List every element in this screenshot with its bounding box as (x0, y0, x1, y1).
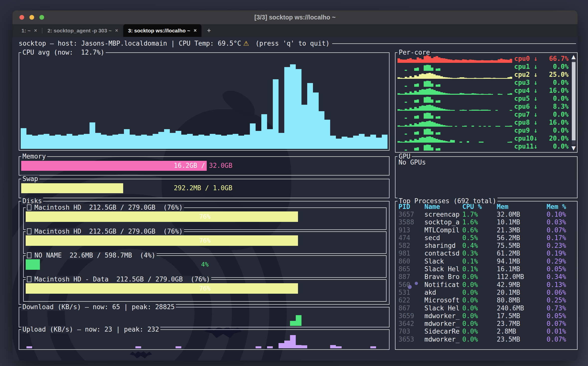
process-mem-pct: 0.34% (547, 273, 576, 281)
core-row-cpu4: cpu4 ↓16.0% (397, 87, 569, 95)
screen: [3/3] socktop ws://localho ~ 1: ~×2: soc… (0, 0, 588, 366)
scrollbar-track[interactable] (572, 60, 576, 145)
process-pid: 622 (398, 297, 424, 304)
core-sparkline (397, 127, 512, 135)
core-label: cpu1 ↓0.0% (514, 63, 569, 71)
download-panel-title: Download (KB/s) — now: 65 | peak: 28825 (21, 303, 176, 311)
process-mem: 56.2MB (497, 234, 547, 242)
tab-1[interactable]: 1: ~× (16, 24, 42, 37)
tab-3[interactable]: 3: socktop ws://localho ~× (123, 24, 202, 37)
process-name: akd (424, 289, 462, 296)
process-pid: 865 (398, 266, 424, 273)
process-cpu: 0.3% (462, 250, 497, 257)
per-core-list: cpu0 ↓66.7%cpu1 ↓0.0%cpu2 ↓25.0%cpu3 ↓0.… (397, 55, 569, 151)
process-cpu: 0.0% (462, 305, 497, 312)
disk-icon (27, 228, 31, 234)
core-row-cpu7: cpu7 ↓0.0% (397, 111, 569, 119)
core-sparkline (397, 79, 512, 87)
bar-fill: 292.2MB / 1.0GB (21, 183, 123, 193)
swap-usage-bar: 292.2MB / 1.0GB292.2MB / 1.0GB (21, 183, 385, 193)
core-row-cpu5: cpu5 ↓0.0% (397, 95, 569, 103)
core-label: cpu11↓0.0% (514, 143, 569, 150)
cpu-temp-warning-icon: ⚠ (241, 40, 251, 47)
process-cpu: 1.7% (462, 211, 497, 218)
download-history-chart (21, 311, 388, 326)
process-mem: 42.9MB (497, 281, 547, 289)
process-cpu: 0.0% (462, 336, 497, 343)
process-name: screencap (424, 211, 462, 218)
process-name: sharingd (424, 242, 462, 250)
status-header: socktop — host: Jasons-MBP.localdomain |… (19, 40, 576, 47)
tab-label: 2: socktop_agent -p 303 ~ (47, 28, 111, 34)
disk-icon (27, 252, 31, 258)
minimize-window-icon[interactable] (29, 15, 34, 20)
tab-close-icon[interactable]: × (115, 28, 118, 33)
window-titlebar[interactable]: [3/3] socktop ws://localho ~ (12, 10, 578, 24)
scroll-down-icon[interactable]: ▼ (572, 145, 576, 151)
process-mem: 61.2MB (497, 250, 547, 257)
disk-icon (27, 204, 31, 210)
disk-icon (27, 276, 31, 282)
new-tab-button[interactable]: + (201, 24, 216, 37)
process-mem-pct: 0.23% (547, 242, 576, 250)
process-mem: 2.8MB (497, 328, 547, 335)
zoom-window-icon[interactable] (39, 15, 44, 20)
process-mem: 23.5MB (497, 336, 547, 343)
core-sparkline (397, 55, 512, 63)
process-mem: 80.8MB (497, 297, 547, 304)
scrollbar-thumb[interactable] (572, 62, 576, 140)
process-mem-pct: 0.06% (547, 289, 576, 296)
disks-panel: Disks Macintosh HD 212.5GB / 279.0GB (76… (19, 201, 390, 305)
bar-fill: 16.2GB / 32.0GB (21, 161, 207, 171)
disk-title: Macintosh HD 212.5GB / 279.0GB (76%) (26, 204, 184, 211)
process-name: MTLCompil (424, 227, 462, 234)
bar-fill: 76% (26, 211, 298, 222)
close-window-icon[interactable] (19, 15, 24, 20)
process-cpu: 1.6% (462, 219, 497, 226)
process-name: mdworker_ (424, 320, 462, 328)
disk-usage-bar: 76%76% (26, 235, 384, 246)
core-row-cpu10: cpu10↓20.0% (397, 135, 569, 143)
top-processes-panel: Top Processes (692 total) PIDNameCPU %Me… (395, 201, 578, 350)
bar-fill: 76% (26, 283, 298, 294)
process-pid: 3659 (398, 312, 424, 320)
core-label: cpu4 ↓16.0% (514, 87, 569, 94)
tab-2[interactable]: 2: socktop_agent -p 303 ~× (42, 24, 123, 37)
core-sparkline (397, 119, 512, 127)
disk-item: NO NAME 22.6MB / 598.7MB (4%)4%4% (23, 255, 387, 278)
tab-label: 1: ~ (21, 28, 31, 34)
process-mem-pct: 0.05% (547, 312, 576, 320)
core-sparkline (397, 111, 512, 119)
process-mem-pct: 0.05% (547, 266, 576, 273)
tab-close-icon[interactable]: × (194, 28, 197, 33)
bar-fill: 76% (26, 235, 298, 246)
process-name: Slack (424, 258, 462, 265)
download-panel: Download (KB/s) — now: 65 | peak: 28825 (19, 307, 390, 327)
window-title: [3/3] socktop ws://localho ~ (254, 14, 336, 21)
process-name: Slack Hel (424, 305, 462, 312)
tab-close-icon[interactable]: × (34, 28, 37, 33)
process-pid: 3653 (398, 336, 424, 343)
process-name: Microsoft (424, 297, 462, 304)
process-mem: 240.6MB (497, 305, 547, 312)
disk-title: Macintosh HD 212.5GB / 279.0GB (76%) (26, 228, 184, 235)
process-mem-pct: 0.73% (547, 305, 576, 312)
process-mem-pct: 0.13% (547, 281, 576, 289)
gpu-status-text: No GPUs (398, 159, 426, 166)
core-row-cpu1: cpu1 ↓0.0% (397, 63, 569, 71)
core-label: cpu6 ↓8.3% (514, 103, 569, 110)
scroll-up-icon[interactable]: ▲ (572, 54, 576, 60)
core-row-cpu0: cpu0 ↓66.7% (397, 55, 569, 63)
process-mem-pct: 0.07% (547, 320, 576, 328)
process-name: socktop_a (424, 219, 462, 226)
core-row-cpu3: cpu3 ↓0.0% (397, 79, 569, 87)
tab-label: 3: socktop ws://localho ~ (128, 28, 190, 34)
process-pid: 3642 (398, 320, 424, 328)
per-core-scrollbar[interactable]: ▲ ▼ (571, 54, 576, 151)
process-mem-pct: 0.01% (547, 328, 576, 335)
tab-bar: 1: ~×2: socktop_agent -p 303 ~×3: sockto… (12, 24, 578, 37)
core-sparkline (397, 63, 512, 71)
memory-panel: Memory 16.2GB / 32.0GB16.2GB / 32.0GB (19, 156, 390, 176)
cpu-avg-panel: CPU avg (now: 12.7%) (19, 52, 390, 151)
process-name: Slack Hel (424, 266, 462, 273)
